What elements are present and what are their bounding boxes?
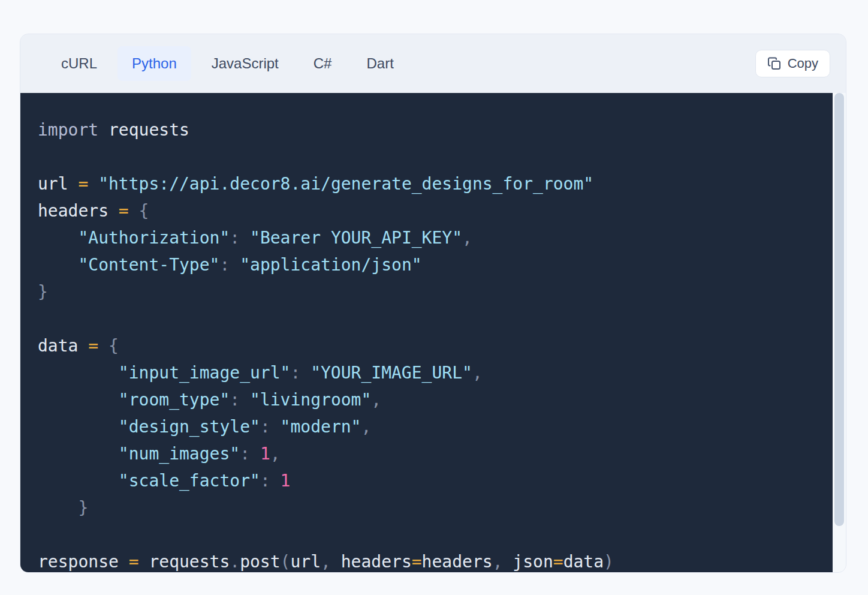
scrollbar[interactable]	[833, 93, 846, 572]
code-line: "num_images": 1,	[38, 440, 833, 467]
code-line	[38, 521, 833, 548]
code-line: }	[38, 494, 833, 521]
code-line: "room_type": "livingroom",	[38, 386, 833, 413]
code-line: url = "https://api.decor8.ai/generate_de…	[38, 170, 833, 197]
language-tabs: cURLPythonJavaScriptC#Dart	[47, 46, 408, 81]
code-line: }	[38, 278, 833, 305]
code-snippet-card: cURLPythonJavaScriptC#Dart Copy import r…	[20, 34, 846, 573]
code-line: "scale_factor": 1	[38, 467, 833, 494]
scrollbar-thumb[interactable]	[834, 93, 844, 526]
code-block: import requestsurl = "https://api.decor8…	[20, 93, 833, 572]
code-line	[38, 143, 833, 170]
copy-button[interactable]: Copy	[755, 50, 830, 77]
code-line: "design_style": "modern",	[38, 413, 833, 440]
code-line: "Content-Type": "application/json"	[38, 251, 833, 278]
tab-javascript[interactable]: JavaScript	[197, 46, 293, 81]
snippet-header: cURLPythonJavaScriptC#Dart Copy	[20, 34, 846, 93]
copy-icon	[767, 56, 782, 71]
copy-button-label: Copy	[788, 56, 818, 71]
tab-curl[interactable]: cURL	[47, 46, 111, 81]
code-line: import requests	[38, 116, 833, 143]
code-line: data = {	[38, 332, 833, 359]
tab-dart[interactable]: Dart	[352, 46, 408, 81]
code-line	[38, 305, 833, 332]
code-line: response = requests.post(url, headers=he…	[38, 548, 833, 572]
tab-python[interactable]: Python	[117, 46, 191, 81]
code-line: headers = {	[38, 197, 833, 224]
code-line: "input_image_url": "YOUR_IMAGE_URL",	[38, 359, 833, 386]
snippet-body: import requestsurl = "https://api.decor8…	[20, 93, 846, 572]
code-line: "Authorization": "Bearer YOUR_API_KEY",	[38, 224, 833, 251]
tab-csharp[interactable]: C#	[299, 46, 346, 81]
